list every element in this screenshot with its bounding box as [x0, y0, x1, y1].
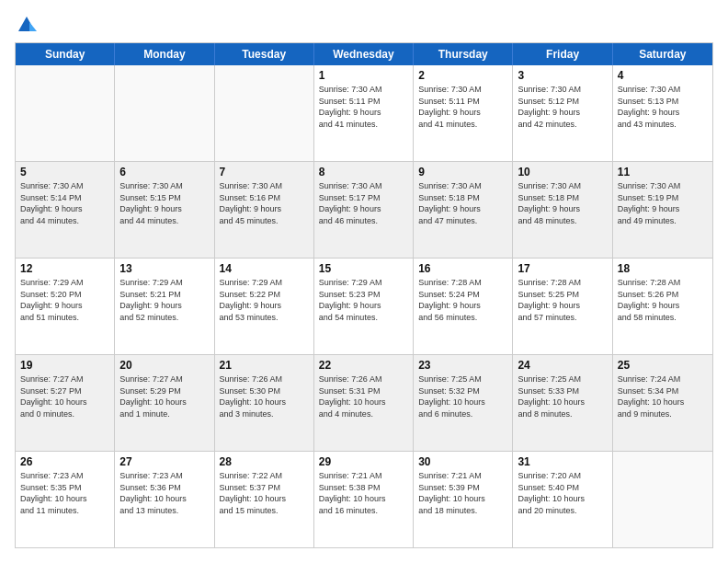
day-number: 21 [220, 359, 309, 372]
day-cell-21: 21Sunrise: 7:26 AM Sunset: 5:30 PM Dayli… [215, 355, 314, 451]
day-cell-14: 14Sunrise: 7:29 AM Sunset: 5:22 PM Dayli… [215, 259, 314, 354]
day-cell-31: 31Sunrise: 7:20 AM Sunset: 5:40 PM Dayli… [513, 452, 612, 547]
day-info: Sunrise: 7:28 AM Sunset: 5:24 PM Dayligh… [418, 277, 507, 323]
day-number: 8 [319, 166, 408, 178]
day-number: 28 [220, 455, 309, 468]
day-number: 19 [20, 359, 109, 372]
calendar-week-1: 1Sunrise: 7:30 AM Sunset: 5:11 PM Daylig… [16, 65, 712, 161]
day-info: Sunrise: 7:29 AM Sunset: 5:21 PM Dayligh… [119, 277, 209, 323]
day-number: 1 [319, 69, 408, 82]
day-cell-29: 29Sunrise: 7:21 AM Sunset: 5:38 PM Dayli… [314, 452, 414, 547]
header-day-friday: Friday [513, 43, 612, 65]
day-number: 15 [319, 262, 408, 275]
day-info: Sunrise: 7:29 AM Sunset: 5:23 PM Dayligh… [319, 277, 408, 323]
day-number: 25 [618, 359, 708, 372]
header [15, 15, 713, 33]
day-info: Sunrise: 7:21 AM Sunset: 5:39 PM Dayligh… [418, 470, 507, 516]
day-info: Sunrise: 7:29 AM Sunset: 5:22 PM Dayligh… [220, 277, 309, 323]
empty-cell [115, 65, 214, 161]
day-number: 31 [518, 455, 607, 468]
day-info: Sunrise: 7:26 AM Sunset: 5:30 PM Dayligh… [220, 373, 309, 419]
empty-cell [16, 65, 115, 161]
day-number: 22 [319, 359, 408, 372]
day-cell-28: 28Sunrise: 7:22 AM Sunset: 5:37 PM Dayli… [215, 452, 314, 547]
day-info: Sunrise: 7:24 AM Sunset: 5:34 PM Dayligh… [618, 373, 708, 419]
day-number: 11 [618, 166, 708, 178]
day-cell-7: 7Sunrise: 7:30 AM Sunset: 5:16 PM Daylig… [215, 162, 314, 258]
day-info: Sunrise: 7:30 AM Sunset: 5:19 PM Dayligh… [618, 180, 708, 226]
day-cell-18: 18Sunrise: 7:28 AM Sunset: 5:26 PM Dayli… [613, 259, 712, 354]
day-cell-6: 6Sunrise: 7:30 AM Sunset: 5:15 PM Daylig… [115, 162, 214, 258]
day-number: 30 [418, 455, 507, 468]
day-cell-20: 20Sunrise: 7:27 AM Sunset: 5:29 PM Dayli… [115, 355, 214, 451]
day-info: Sunrise: 7:30 AM Sunset: 5:11 PM Dayligh… [418, 84, 507, 130]
day-info: Sunrise: 7:30 AM Sunset: 5:13 PM Dayligh… [618, 84, 708, 130]
day-cell-4: 4Sunrise: 7:30 AM Sunset: 5:13 PM Daylig… [613, 65, 712, 161]
day-info: Sunrise: 7:23 AM Sunset: 5:36 PM Dayligh… [119, 470, 209, 516]
day-info: Sunrise: 7:30 AM Sunset: 5:12 PM Dayligh… [518, 84, 607, 130]
day-info: Sunrise: 7:26 AM Sunset: 5:31 PM Dayligh… [319, 373, 408, 419]
header-day-wednesday: Wednesday [314, 43, 414, 65]
day-number: 13 [119, 262, 209, 275]
day-number: 20 [119, 359, 209, 372]
calendar-week-3: 12Sunrise: 7:29 AM Sunset: 5:20 PM Dayli… [16, 258, 712, 354]
day-info: Sunrise: 7:21 AM Sunset: 5:38 PM Dayligh… [319, 470, 408, 516]
day-cell-11: 11Sunrise: 7:30 AM Sunset: 5:19 PM Dayli… [613, 162, 712, 258]
day-info: Sunrise: 7:30 AM Sunset: 5:18 PM Dayligh… [518, 180, 607, 226]
day-cell-13: 13Sunrise: 7:29 AM Sunset: 5:21 PM Dayli… [115, 259, 214, 354]
day-info: Sunrise: 7:25 AM Sunset: 5:32 PM Dayligh… [418, 373, 507, 419]
day-cell-22: 22Sunrise: 7:26 AM Sunset: 5:31 PM Dayli… [314, 355, 414, 451]
day-number: 24 [518, 359, 607, 372]
day-info: Sunrise: 7:30 AM Sunset: 5:17 PM Dayligh… [319, 180, 408, 226]
day-info: Sunrise: 7:25 AM Sunset: 5:33 PM Dayligh… [518, 373, 607, 419]
day-cell-12: 12Sunrise: 7:29 AM Sunset: 5:20 PM Dayli… [16, 259, 115, 354]
logo-icon [17, 15, 37, 35]
day-cell-24: 24Sunrise: 7:25 AM Sunset: 5:33 PM Dayli… [513, 355, 612, 451]
day-info: Sunrise: 7:27 AM Sunset: 5:29 PM Dayligh… [119, 373, 209, 419]
day-number: 16 [418, 262, 507, 275]
day-number: 26 [20, 455, 109, 468]
day-number: 12 [20, 262, 109, 275]
day-info: Sunrise: 7:23 AM Sunset: 5:35 PM Dayligh… [20, 470, 109, 516]
day-number: 7 [220, 166, 309, 178]
calendar: SundayMondayTuesdayWednesdayThursdayFrid… [15, 42, 713, 548]
calendar-week-4: 19Sunrise: 7:27 AM Sunset: 5:27 PM Dayli… [16, 354, 712, 451]
calendar-week-2: 5Sunrise: 7:30 AM Sunset: 5:14 PM Daylig… [16, 161, 712, 258]
day-info: Sunrise: 7:30 AM Sunset: 5:18 PM Dayligh… [418, 180, 507, 226]
day-info: Sunrise: 7:30 AM Sunset: 5:14 PM Dayligh… [20, 180, 109, 226]
day-cell-19: 19Sunrise: 7:27 AM Sunset: 5:27 PM Dayli… [16, 355, 115, 451]
header-day-monday: Monday [115, 43, 214, 65]
logo-text [15, 15, 37, 33]
logo [15, 15, 37, 33]
empty-cell [613, 452, 712, 547]
day-number: 17 [518, 262, 607, 275]
day-cell-17: 17Sunrise: 7:28 AM Sunset: 5:25 PM Dayli… [513, 259, 612, 354]
day-info: Sunrise: 7:30 AM Sunset: 5:11 PM Dayligh… [319, 84, 408, 130]
day-info: Sunrise: 7:22 AM Sunset: 5:37 PM Dayligh… [220, 470, 309, 516]
day-info: Sunrise: 7:30 AM Sunset: 5:15 PM Dayligh… [119, 180, 209, 226]
day-cell-1: 1Sunrise: 7:30 AM Sunset: 5:11 PM Daylig… [314, 65, 414, 161]
header-day-thursday: Thursday [414, 43, 513, 65]
day-cell-2: 2Sunrise: 7:30 AM Sunset: 5:11 PM Daylig… [414, 65, 513, 161]
day-number: 6 [119, 166, 209, 178]
empty-cell [215, 65, 314, 161]
day-cell-8: 8Sunrise: 7:30 AM Sunset: 5:17 PM Daylig… [314, 162, 414, 258]
day-number: 18 [618, 262, 708, 275]
day-number: 3 [518, 69, 607, 82]
day-number: 23 [418, 359, 507, 372]
day-info: Sunrise: 7:28 AM Sunset: 5:26 PM Dayligh… [618, 277, 708, 323]
header-day-sunday: Sunday [16, 43, 115, 65]
page: SundayMondayTuesdayWednesdayThursdayFrid… [0, 0, 728, 563]
day-number: 5 [20, 166, 109, 178]
day-number: 29 [319, 455, 408, 468]
header-day-saturday: Saturday [613, 43, 712, 65]
day-info: Sunrise: 7:20 AM Sunset: 5:40 PM Dayligh… [518, 470, 607, 516]
day-number: 9 [418, 166, 507, 178]
day-info: Sunrise: 7:28 AM Sunset: 5:25 PM Dayligh… [518, 277, 607, 323]
day-cell-15: 15Sunrise: 7:29 AM Sunset: 5:23 PM Dayli… [314, 259, 414, 354]
day-cell-30: 30Sunrise: 7:21 AM Sunset: 5:39 PM Dayli… [414, 452, 513, 547]
day-number: 14 [220, 262, 309, 275]
day-cell-23: 23Sunrise: 7:25 AM Sunset: 5:32 PM Dayli… [414, 355, 513, 451]
calendar-body: 1Sunrise: 7:30 AM Sunset: 5:11 PM Daylig… [16, 65, 712, 547]
day-cell-27: 27Sunrise: 7:23 AM Sunset: 5:36 PM Dayli… [115, 452, 214, 547]
